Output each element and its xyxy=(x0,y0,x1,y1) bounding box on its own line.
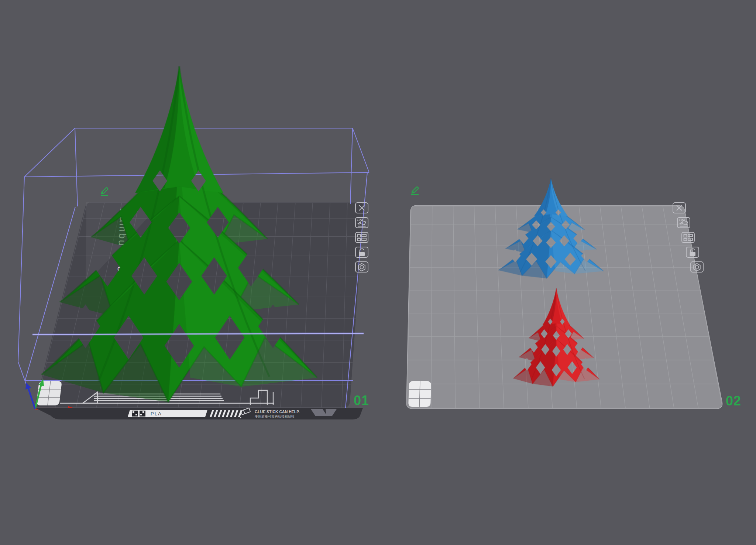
plate-01-front-strip: PLA GLUE STICK CAN HELP. 专用胶棒可改善粘接和脱模 xyxy=(35,408,363,419)
glue-hint-en: GLUE STICK CAN HELP. xyxy=(255,409,300,414)
plate-01-label: 01 xyxy=(354,393,369,408)
glue-hint-zh: 专用胶棒可改善粘接和脱模 xyxy=(255,415,295,418)
plate-02-origin-marker xyxy=(408,381,431,407)
plate-02-label: 02 xyxy=(726,393,741,408)
filament-tag: PLA xyxy=(151,411,162,417)
slicer-3d-viewport[interactable]: AUTO xyxy=(0,0,756,545)
build-volume-front-edge xyxy=(32,333,364,335)
